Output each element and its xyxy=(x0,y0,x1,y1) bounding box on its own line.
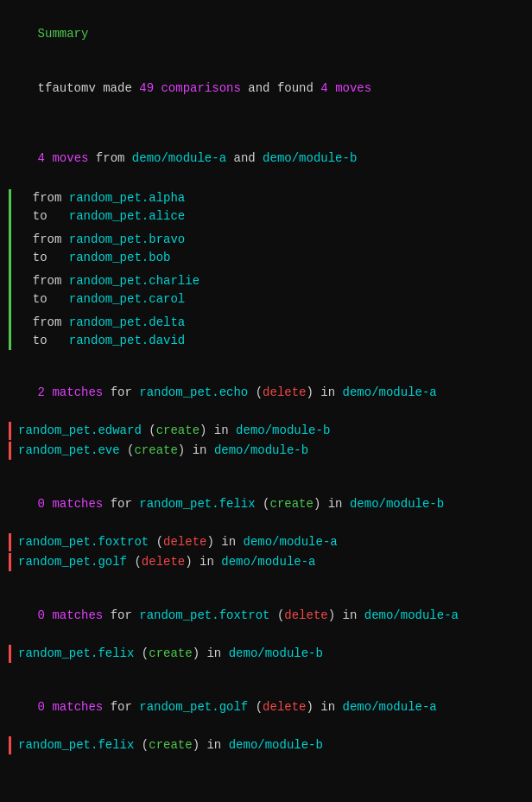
match-3-resource: random_pet.golf xyxy=(139,700,248,714)
match-2-count: 0 xyxy=(38,608,45,622)
match-0-resource: random_pet.echo xyxy=(139,385,248,399)
match-0-header: 2 matches for random_pet.echo (delete) i… xyxy=(9,366,523,420)
match-0-vline-0 xyxy=(9,422,11,440)
moves-vline xyxy=(9,189,11,350)
match-1-candidate-1: random_pet.golf (delete) in demo/module-… xyxy=(9,553,523,571)
from-module: demo/module-a xyxy=(132,151,226,165)
found-text: found xyxy=(277,81,314,95)
summary-line: Summary xyxy=(9,7,523,61)
match-0-action: delete xyxy=(263,385,306,399)
comparisons-num: 49 xyxy=(139,81,154,95)
header-section: Summary tfautomv made 49 comparisons and… xyxy=(9,7,523,116)
match-1-resource: random_pet.felix xyxy=(139,497,255,511)
to-module: demo/module-b xyxy=(263,151,357,165)
match-2-resource: random_pet.foxtrot xyxy=(139,608,269,622)
match-2-header: 0 matches for random_pet.foxtrot (delete… xyxy=(9,589,523,643)
moves-list: from random_pet.alpha to random_pet.alic… xyxy=(18,189,200,350)
match-2-label: matches xyxy=(52,608,103,622)
match-0-candidate-1: random_pet.eve (create) in demo/module-b xyxy=(9,442,523,460)
match-3-vline-0 xyxy=(9,736,11,754)
moves-count: 4 xyxy=(38,151,45,165)
match-section-1: 0 matches for random_pet.felix (create) … xyxy=(9,477,523,571)
match-2-vline-0 xyxy=(9,645,11,663)
match-0-count: 2 xyxy=(38,385,45,399)
cand-2-0-action: create xyxy=(149,646,192,660)
match-1-vline-0 xyxy=(9,533,11,551)
match-1-count: 0 xyxy=(38,497,45,511)
match-0-label: matches xyxy=(52,385,103,399)
cand-1-action: create xyxy=(134,443,177,457)
cand-0-action: create xyxy=(156,423,200,437)
match-2-candidate-0: random_pet.felix (create) in demo/module… xyxy=(9,645,523,663)
move-4-to: to random_pet.david xyxy=(18,332,200,350)
cand-1-0-action: delete xyxy=(163,535,206,549)
match-1-action: create xyxy=(269,497,313,511)
comparisons-word: comparisons xyxy=(161,81,240,95)
match-3-count: 0 xyxy=(38,700,45,714)
moves-tree: from random_pet.alpha to random_pet.alic… xyxy=(9,189,523,350)
match-0-vline-1 xyxy=(9,442,11,460)
move-3-to: to random_pet.carol xyxy=(18,290,200,309)
move-2-to: to random_pet.bob xyxy=(18,249,200,267)
move-4-from: from random_pet.delta xyxy=(18,314,200,332)
match-1-candidate-0: random_pet.foxtrot (delete) in demo/modu… xyxy=(9,533,523,551)
match-3-label: matches xyxy=(52,700,103,714)
match-1-module: demo/module-b xyxy=(350,497,444,511)
match-3-header: 0 matches for random_pet.golf (delete) i… xyxy=(9,680,523,735)
match-0-candidate-0: random_pet.edward (create) in demo/modul… xyxy=(9,422,523,440)
match-0-module: demo/module-a xyxy=(343,385,437,399)
moves-word: moves xyxy=(335,81,371,95)
moves-header-line: 4 moves from demo/module-a and demo/modu… xyxy=(9,131,523,186)
match-3-candidate-0: random_pet.felix (create) in demo/module… xyxy=(9,736,523,754)
moves-num: 4 xyxy=(320,81,327,95)
comparisons-prefix: tfautomv made xyxy=(38,81,132,95)
moves-label: moves xyxy=(52,151,88,165)
move-2-from: from random_pet.bravo xyxy=(18,231,200,249)
moves-section: 4 moves from demo/module-a and demo/modu… xyxy=(9,131,523,350)
match-3-action: delete xyxy=(263,700,306,714)
cand-3-0-action: create xyxy=(149,738,192,752)
match-3-module: demo/module-a xyxy=(343,700,437,714)
match-2-action: delete xyxy=(284,608,327,622)
match-1-vline-1 xyxy=(9,553,11,571)
match-1-header: 0 matches for random_pet.felix (create) … xyxy=(9,477,523,531)
move-1-to: to random_pet.alice xyxy=(18,207,200,226)
summary-label: Summary xyxy=(38,27,89,41)
match-section-0: 2 matches for random_pet.echo (delete) i… xyxy=(9,366,523,460)
match-section-2: 0 matches for random_pet.foxtrot (delete… xyxy=(9,589,523,663)
cand-1-1-action: delete xyxy=(142,555,185,569)
match-2-module: demo/module-a xyxy=(364,608,459,622)
match-1-label: matches xyxy=(52,497,103,511)
comparisons-line: tfautomv made 49 comparisons and found 4… xyxy=(9,61,523,116)
match-section-3: 0 matches for random_pet.golf (delete) i… xyxy=(9,680,523,754)
and-text: and xyxy=(248,81,269,95)
move-3-from: from random_pet.charlie xyxy=(18,272,200,290)
move-1-from: from random_pet.alpha xyxy=(18,189,200,207)
